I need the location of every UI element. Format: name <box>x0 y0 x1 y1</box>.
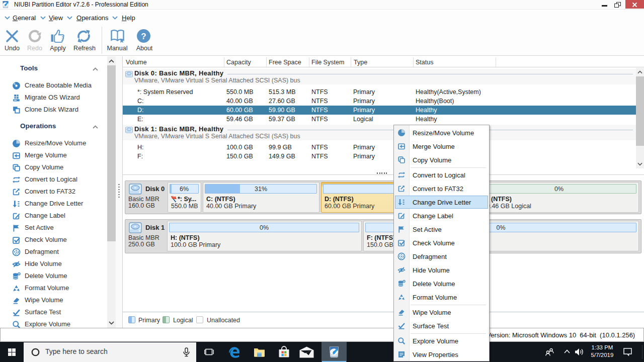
svg-text:?: ? <box>141 32 146 41</box>
